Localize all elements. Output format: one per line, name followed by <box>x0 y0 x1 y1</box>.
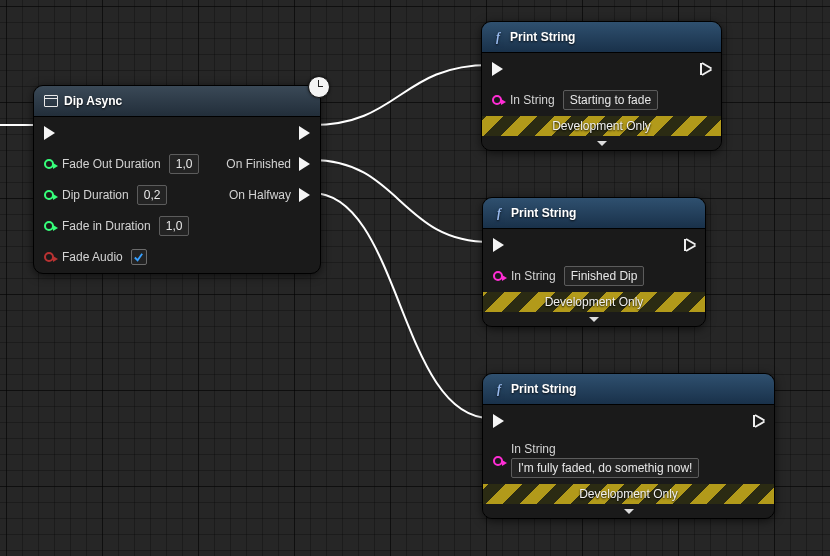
exec-input-pin[interactable] <box>492 59 658 79</box>
exec-output-default[interactable] <box>299 123 310 143</box>
param-value-in-string[interactable]: I'm fully faded, do somethig now! <box>511 458 699 478</box>
exec-pin-icon <box>492 62 503 76</box>
development-only-strip: Development Only <box>483 484 774 504</box>
param-value-in-string[interactable]: Finished Dip <box>564 266 645 286</box>
latent-clock-icon <box>308 76 330 98</box>
param-value-in-string[interactable]: Starting to fade <box>563 90 658 110</box>
exec-pin-icon <box>493 238 504 252</box>
exec-output-pin[interactable] <box>700 59 711 79</box>
exec-pin-icon <box>299 126 310 140</box>
node-title-text: Dip Async <box>64 94 122 108</box>
chevron-down-icon <box>624 509 634 514</box>
exec-pin-icon <box>493 414 504 428</box>
node-title: f Print String <box>483 198 705 229</box>
development-only-strip: Development Only <box>482 116 721 136</box>
exec-input-pin[interactable] <box>44 123 199 143</box>
string-pin-icon[interactable] <box>493 271 503 281</box>
chevron-down-icon <box>597 141 607 146</box>
expand-toggle[interactable] <box>483 312 705 326</box>
node-title: Dip Async <box>34 86 320 117</box>
exec-pin-icon <box>44 126 55 140</box>
function-icon: f <box>493 382 505 397</box>
float-pin-icon[interactable] <box>44 190 54 200</box>
function-icon: f <box>492 30 504 45</box>
param-label-in-string: In String <box>510 93 555 107</box>
node-print-string-top[interactable]: f Print String In String Starting to fad… <box>481 21 722 151</box>
node-dip-async[interactable]: Dip Async Fade Out Duration 1,0 Dip Dura… <box>33 85 321 274</box>
development-only-strip: Development Only <box>483 292 705 312</box>
string-pin-icon[interactable] <box>493 456 503 466</box>
exec-pin-icon <box>684 239 695 251</box>
output-label-on-finished: On Finished <box>226 157 291 171</box>
wire-finished-to-print-mid <box>312 160 490 242</box>
exec-output-on-halfway[interactable]: On Halfway <box>229 185 310 205</box>
node-title: f Print String <box>482 22 721 53</box>
param-label-in-string: In String <box>511 442 699 456</box>
node-print-string-bottom[interactable]: f Print String In String I'm fully faded… <box>482 373 775 519</box>
float-pin-icon[interactable] <box>44 159 54 169</box>
param-label-fade-in: Fade in Duration <box>62 219 151 233</box>
exec-output-pin[interactable] <box>753 411 764 431</box>
float-pin-icon[interactable] <box>44 221 54 231</box>
bool-pin-icon[interactable] <box>44 252 54 262</box>
exec-output-on-finished[interactable]: On Finished <box>226 154 310 174</box>
param-value-fade-out[interactable]: 1,0 <box>169 154 200 174</box>
exec-pin-icon <box>700 63 711 75</box>
exec-pin-icon <box>299 188 310 202</box>
exec-pin-icon <box>753 415 764 427</box>
param-value-fade-in[interactable]: 1,0 <box>159 216 190 236</box>
exec-output-pin[interactable] <box>684 235 695 255</box>
node-title-text: Print String <box>511 382 576 396</box>
expand-toggle[interactable] <box>482 136 721 150</box>
blueprint-canvas[interactable]: { "dipNode": { "title": "Dip Async", "in… <box>0 0 830 556</box>
exec-input-pin[interactable] <box>493 235 644 255</box>
expand-toggle[interactable] <box>483 504 774 518</box>
node-print-string-mid[interactable]: f Print String In String Finished Dip De… <box>482 197 706 327</box>
param-value-dip[interactable]: 0,2 <box>137 185 168 205</box>
wire-exec-to-print-top <box>312 65 490 125</box>
param-label-fade-out: Fade Out Duration <box>62 157 161 171</box>
chevron-down-icon <box>589 317 599 322</box>
param-label-fade-audio: Fade Audio <box>62 250 123 264</box>
output-label-on-halfway: On Halfway <box>229 188 291 202</box>
wire-halfway-to-print-bottom <box>312 193 490 418</box>
param-checkbox-fade-audio[interactable] <box>131 249 147 265</box>
node-title-text: Print String <box>510 30 575 44</box>
param-label-dip: Dip Duration <box>62 188 129 202</box>
node-title: f Print String <box>483 374 774 405</box>
latent-node-icon <box>44 95 58 107</box>
param-label-in-string: In String <box>511 269 556 283</box>
string-pin-icon[interactable] <box>492 95 502 105</box>
exec-input-pin[interactable] <box>493 411 699 431</box>
node-title-text: Print String <box>511 206 576 220</box>
function-icon: f <box>493 206 505 221</box>
exec-pin-icon <box>299 157 310 171</box>
